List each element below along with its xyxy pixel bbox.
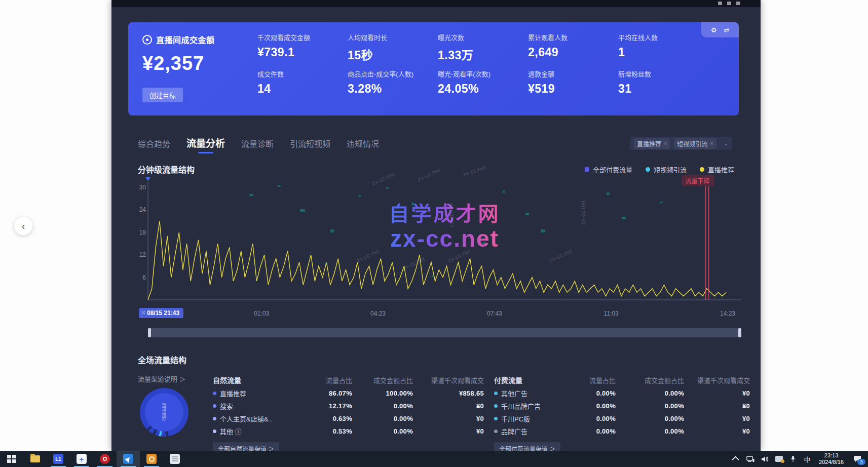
teal-plus-app-icon[interactable]: +	[70, 451, 93, 467]
table-row[interactable]: 直播推荐86.07%100.00%¥858.65	[213, 387, 484, 400]
y-tick-label: 18	[139, 229, 146, 236]
kpi-metric-label: 商品点击-成交率(人数)	[348, 69, 438, 79]
channel-value: ¥0	[413, 402, 484, 410]
kpi-card-corner-tools[interactable]: ⚙ ⇌	[701, 22, 739, 37]
blue-l1-app-icon[interactable]: L1	[47, 451, 70, 467]
chevron-down-icon[interactable]: ⌄	[724, 140, 728, 147]
tab-流量分析[interactable]: 流量分析	[186, 136, 225, 153]
legend-item-全部付费流量[interactable]: 全部付费流量	[585, 165, 632, 174]
clock[interactable]: 23:13 2024/8/16	[815, 451, 848, 467]
channel-note-link[interactable]: 流量渠道说明 ＞	[138, 374, 186, 383]
time-range-slider[interactable]	[148, 328, 741, 337]
tab-引流短视频[interactable]: 引流短视频	[290, 137, 330, 153]
tab-违规情况[interactable]: 违规情况	[347, 137, 379, 153]
windows-start-icon[interactable]	[0, 451, 23, 467]
kpi-metric-label: 平均在线人数	[618, 32, 708, 42]
table-row[interactable]: 搜索12.17%0.00%¥0	[213, 400, 484, 412]
notification-badge: 3	[857, 459, 865, 465]
table-row[interactable]: 千川品牌广告0.00%0.00%¥0	[494, 400, 750, 412]
traffic-filter-select[interactable]: 直播推荐×短视频引流×⌄	[630, 137, 732, 150]
taskbar-apps: L1+O	[0, 451, 186, 467]
channel-value: ¥0	[684, 415, 750, 422]
artifact-speck	[249, 194, 253, 196]
notepad-app-icon[interactable]	[163, 451, 186, 467]
all-channels-link[interactable]: 全部付费流量渠道 ＞	[494, 442, 560, 451]
channel-label: 搜索	[220, 401, 233, 411]
minute-traffic-chart[interactable]: 302418126 08/15 21:4301:0304:2307:4311:0…	[148, 181, 741, 306]
titlebar-mini-icon[interactable]	[718, 2, 722, 5]
action-center-icon[interactable]: 3	[849, 451, 866, 467]
network-icon[interactable]	[744, 451, 757, 467]
filter-tag[interactable]: 直播推荐×	[634, 138, 670, 149]
ime-indicator[interactable]: 中	[801, 451, 814, 467]
traffic-col-header: 流量占比	[565, 375, 616, 385]
traffic-table-header: 自然流量流量占比成交金额占比渠道千次观看成交	[213, 373, 484, 387]
legend-label: 全部付费流量	[593, 165, 632, 174]
tray-expand-chevron-icon[interactable]	[730, 451, 743, 467]
x-tick-label: 14:23	[720, 310, 735, 317]
speaker-icon[interactable]	[758, 451, 771, 467]
kpi-metric: 新增粉丝数31	[618, 69, 708, 105]
legend-item-直播推荐[interactable]: 直播推荐	[700, 165, 734, 174]
legend-marker-icon	[585, 167, 589, 172]
blue-pointer-app-icon[interactable]	[117, 451, 140, 467]
traffic-line-plot[interactable]	[148, 181, 741, 306]
channel-bullet-icon	[494, 392, 498, 395]
kpi-metric-value: 1	[618, 46, 708, 59]
titlebar-mini-icon[interactable]	[736, 2, 740, 5]
channel-value: 0.00%	[352, 427, 413, 435]
create-goal-button[interactable]: 创建目标	[142, 88, 183, 102]
titlebar-mini-icon[interactable]	[727, 2, 731, 5]
orange-app-icon[interactable]	[140, 451, 163, 467]
legend-item-短视频引流[interactable]: 短视频引流	[646, 165, 687, 174]
tab-综合趋势[interactable]: 综合趋势	[138, 137, 170, 153]
kpi-metric: 曝光次数1.33万	[438, 32, 528, 69]
legend-marker-icon	[700, 167, 704, 172]
red-circle-app-icon: O	[100, 454, 110, 464]
back-button[interactable]: ‹	[14, 217, 32, 235]
channel-value: 0.53%	[307, 427, 352, 435]
traffic-col-header: 渠道千次观看成交	[413, 375, 484, 385]
slider-left-handle[interactable]	[148, 328, 151, 337]
y-tick-label: 12	[139, 251, 146, 258]
traffic-table-header: 付费流量流量占比成交金额占比渠道千次观看成交	[494, 373, 750, 387]
red-circle-app-icon[interactable]: O	[93, 451, 117, 467]
kpi-metric-value: 15秒	[348, 46, 438, 63]
x-start-chip[interactable]: 08/15 21:43	[139, 308, 183, 318]
kpi-metrics-grid: 千次观看成交金额¥739.1人均观看时长15秒曝光次数1.33万累计观看人数2,…	[257, 32, 708, 105]
table-row[interactable]: 其他 ⓘ0.53%0.00%¥0	[213, 425, 484, 438]
channel-name: 千川品牌广告	[494, 401, 565, 411]
channel-label: 千川PC版	[501, 414, 530, 423]
paid-traffic-table: 付费流量流量占比成交金额占比渠道千次观看成交其他广告0.00%0.00%¥0千川…	[494, 373, 750, 451]
snip-tool-icon[interactable]	[772, 451, 785, 467]
channel-value: ¥0	[684, 402, 750, 410]
artifact-speck	[482, 242, 485, 244]
table-row[interactable]: 个人主页&店铺&..0.63%0.00%¥0	[213, 412, 484, 425]
axis-top-arrow-icon	[145, 177, 150, 181]
remove-tag-icon[interactable]: ×	[664, 140, 667, 146]
microphone-icon[interactable]	[786, 451, 800, 467]
slider-right-handle[interactable]	[738, 328, 741, 337]
channel-bullet-icon	[213, 417, 216, 420]
tab-流量诊断[interactable]: 流量诊断	[241, 137, 274, 153]
swap-icon[interactable]: ⇌	[724, 27, 729, 33]
traffic-donut-chart[interactable]: 直播推荐	[140, 388, 188, 437]
channel-label: 千川品牌广告	[501, 401, 541, 411]
kpi-metric-label: 成交件数	[257, 69, 348, 79]
filter-tag[interactable]: 短视频引流×	[674, 138, 716, 149]
channel-value: ¥0	[684, 390, 750, 397]
channel-name: 品牌广告	[494, 426, 565, 436]
windows-taskbar: L1+O 中 23:13 2024/8/16 3	[0, 451, 868, 467]
table-row[interactable]: 品牌广告0.00%0.00%¥0	[494, 425, 750, 438]
table-row[interactable]: 其他广告0.00%0.00%¥0	[494, 387, 750, 400]
traffic-drop-event-badge[interactable]: 流量下降	[682, 175, 714, 186]
table-row[interactable]: 千川PC版0.00%0.00%¥0	[494, 412, 750, 425]
titlebar-icons[interactable]	[718, 2, 740, 5]
file-explorer-icon[interactable]	[23, 451, 47, 467]
x-tick-label: 04:23	[370, 310, 386, 317]
remove-tag-icon[interactable]: ×	[710, 140, 713, 146]
all-channels-link[interactable]: 全部自然流量渠道 ＞	[213, 442, 279, 451]
y-axis-labels: 302418126	[134, 181, 146, 306]
artifact-speck	[277, 185, 281, 187]
gear-icon[interactable]: ⚙	[711, 27, 717, 33]
